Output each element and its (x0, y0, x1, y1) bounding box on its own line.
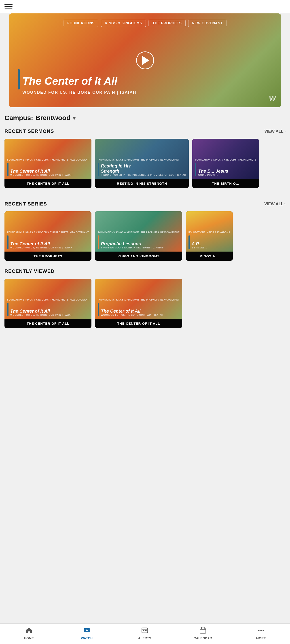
card-accent-bar (188, 236, 190, 249)
play-button[interactable] (136, 52, 154, 69)
hero-tab-kings[interactable]: KINGS & KINGDOMS (101, 20, 146, 27)
card-tags: FOUNDATIONS KINGS & KINGDOMS (188, 231, 230, 234)
recently-viewed-title: RECENTLY VIEWED (4, 268, 54, 274)
hero-banner: FOUNDATIONS KINGS & KINGDOMS THE PROPHET… (9, 14, 281, 107)
rv-card-2-label: THE CENTER OF IT ALL (95, 319, 182, 328)
recently-viewed-section: RECENTLY VIEWED FOUNDATIONS KINGS & KING… (0, 263, 290, 330)
card-subtitle: WOUNDED FOR US, HE BORE OUR PAIN | ISAIA… (10, 246, 73, 249)
recently-viewed-cards: FOUNDATIONS KINGS & KINGDOMS THE PROPHET… (4, 278, 286, 330)
card-tags: FOUNDATIONS KINGS & KINGDOMS THE PROPHET… (7, 231, 89, 234)
series-card-kings-a-img: FOUNDATIONS KINGS & KINGDOMS A R... 2 SA… (186, 211, 233, 252)
sermon-card-center[interactable]: FOUNDATIONS KINGS & KINGDOMS THE PROPHET… (4, 139, 92, 188)
campus-name: Brentwood (35, 114, 70, 122)
rv-card-2-img: FOUNDATIONS KINGS & KINGDOMS THE PROPHET… (95, 278, 182, 319)
card-title: The Center of It All (10, 308, 55, 314)
series-card-kings-label: KINGS AND KINGDOMS (95, 252, 182, 261)
svg-point-10 (258, 630, 260, 631)
card-tags: FOUNDATIONS KINGS & KINGDOMS THE PROPHET… (195, 158, 256, 161)
nav-item-more[interactable]: MORE (252, 627, 270, 640)
nav-item-watch[interactable]: WATCH (78, 627, 96, 640)
hero-tabs: FOUNDATIONS KINGS & KINGDOMS THE PROPHET… (64, 20, 226, 27)
recent-sermons-title: RECENT SERMONS (4, 128, 54, 134)
more-icon (258, 627, 265, 635)
rv-card-1-label: THE CENTER OF IT ALL (4, 319, 92, 328)
card-title: The Center of It All (10, 168, 55, 174)
series-card-kings-kingdoms[interactable]: FOUNDATIONS KINGS & KINGDOMS THE PROPHET… (95, 211, 182, 261)
bottom-nav: HOME WATCH ALERTS (0, 624, 290, 644)
sermon-card-resting-img: FOUNDATIONS KINGS & KINGDOMS THE PROPHET… (95, 139, 189, 179)
recent-series-cards: FOUNDATIONS KINGS & KINGDOMS THE PROPHET… (4, 211, 286, 263)
view-all-series-chevron-icon: › (284, 202, 286, 206)
play-icon (142, 56, 149, 65)
menu-button[interactable] (4, 4, 12, 10)
recent-series-section: RECENT SERIES VIEW ALL › FOUNDATIONS KIN… (0, 196, 290, 263)
recent-sermons-section: RECENT SERMONS VIEW ALL › FOUNDATIONS KI… (0, 124, 290, 190)
card-tags: FOUNDATIONS KINGS & KINGDOMS THE PROPHET… (98, 231, 179, 234)
svg-point-11 (260, 630, 262, 631)
card-accent-bar (195, 163, 196, 176)
recent-series-title: RECENT SERIES (4, 201, 47, 207)
campus-chevron-icon[interactable]: ▾ (73, 114, 76, 122)
nav-item-calendar[interactable]: CALENDAR (194, 627, 212, 640)
hero-tab-covenant[interactable]: NEW COVENANT (188, 20, 226, 27)
rv-card-1-img: FOUNDATIONS KINGS & KINGDOMS THE PROPHET… (4, 278, 92, 319)
card-accent-bar (98, 163, 99, 176)
series-card-kings-a-label: KINGS A... (186, 252, 233, 261)
calendar-icon (199, 627, 206, 635)
svg-rect-5 (145, 630, 146, 631)
svg-rect-4 (143, 630, 144, 631)
card-subtitle: TRUSTING GOD'S WORD IN DECISIONS | 1 KIN… (101, 246, 164, 249)
sermon-card-resting[interactable]: FOUNDATIONS KINGS & KINGDOMS THE PROPHET… (95, 139, 189, 188)
rv-card-2[interactable]: FOUNDATIONS KINGS & KINGDOMS THE PROPHET… (95, 278, 182, 328)
card-title: The Center of It All (101, 308, 146, 314)
recent-sermons-header: RECENT SERMONS VIEW ALL › (4, 128, 286, 134)
series-card-prophets-img: FOUNDATIONS KINGS & KINGDOMS THE PROPHET… (4, 211, 92, 252)
card-title: The Center of It All (10, 241, 55, 246)
card-title: The B... Jesus (198, 168, 228, 174)
hero-logo: W (269, 94, 276, 103)
nav-more-label: MORE (256, 636, 266, 640)
card-accent-bar (7, 163, 8, 176)
hero-subtitle: WOUNDED FOR US, HE BORE OUR PAIN | ISAIA… (22, 90, 136, 95)
card-subtitle: WOUNDED FOR US, HE BORE OUR PAIN | ISAIA… (101, 314, 163, 316)
card-tags: FOUNDATIONS KINGS & KINGDOMS THE PROPHET… (7, 158, 89, 161)
sermon-card-birth-label: THE BIRTH O... (192, 179, 259, 188)
series-card-prophets-label: THE PROPHETS (4, 252, 92, 261)
svg-point-12 (263, 630, 264, 631)
nav-home-label: HOME (24, 636, 34, 640)
card-subtitle: FINDING POWER IN THE PRESENCE & PROMISES… (101, 174, 186, 176)
card-subtitle: 2 SAMUEL... (192, 246, 207, 249)
svg-rect-6 (200, 628, 206, 633)
recent-series-view-all[interactable]: VIEW ALL › (264, 202, 286, 206)
sermon-card-resting-label: RESTING IN HIS STRENGTH (95, 179, 189, 188)
card-tags: FOUNDATIONS KINGS & KINGDOMS THE PROPHET… (7, 298, 89, 301)
campus-label: Campus: (4, 114, 33, 122)
card-subtitle: GOD'S PROMI... (198, 174, 228, 176)
svg-rect-2 (142, 628, 148, 633)
recent-sermons-view-all[interactable]: VIEW ALL › (264, 129, 286, 134)
home-icon (25, 627, 32, 635)
sermon-card-birth-img: FOUNDATIONS KINGS & KINGDOMS THE PROPHET… (192, 139, 259, 179)
series-card-kings-a[interactable]: FOUNDATIONS KINGS & KINGDOMS A R... 2 SA… (186, 211, 233, 261)
card-accent-bar (98, 236, 99, 249)
card-tags: FOUNDATIONS KINGS & KINGDOMS THE PROPHET… (98, 298, 179, 301)
nav-item-alerts[interactable]: ALERTS (136, 627, 154, 640)
hero-tab-foundations[interactable]: FOUNDATIONS (64, 20, 98, 27)
hero-tab-prophets[interactable]: THE PROPHETS (149, 20, 185, 27)
sermon-card-birth[interactable]: FOUNDATIONS KINGS & KINGDOMS THE PROPHET… (192, 139, 259, 188)
card-title: Resting in His Strength (101, 164, 146, 174)
rv-card-1[interactable]: FOUNDATIONS KINGS & KINGDOMS THE PROPHET… (4, 278, 92, 328)
campus-selector[interactable]: Campus: Brentwood ▾ (0, 107, 290, 124)
alerts-icon (141, 627, 148, 635)
nav-item-home[interactable]: HOME (20, 627, 38, 640)
hero-title: The Center of It All (22, 75, 118, 87)
watch-icon (83, 627, 90, 635)
recently-viewed-header: RECENTLY VIEWED (4, 268, 286, 274)
card-subtitle: WOUNDED FOR US, HE BORE OUR PAIN | ISAIA… (10, 314, 73, 316)
sermon-card-center-img: FOUNDATIONS KINGS & KINGDOMS THE PROPHET… (4, 139, 92, 179)
card-subtitle: WOUNDED FOR US, HE BORE OUR PAIN | ISAIA… (10, 174, 73, 176)
card-accent-bar (98, 303, 99, 316)
nav-watch-label: WATCH (81, 636, 93, 640)
nav-alerts-label: ALERTS (138, 636, 151, 640)
series-card-prophets[interactable]: FOUNDATIONS KINGS & KINGDOMS THE PROPHET… (4, 211, 92, 261)
